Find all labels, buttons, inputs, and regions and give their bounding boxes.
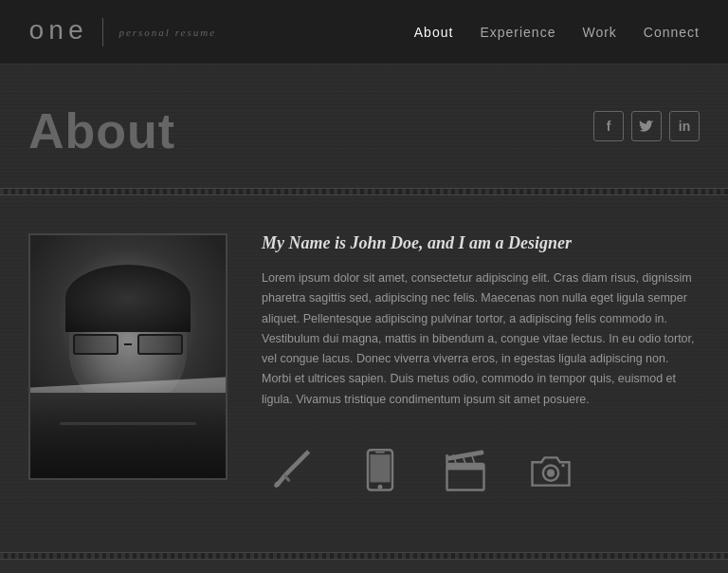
bio-area: My Name is John Doe, and I am a Designer…: [262, 233, 700, 505]
nav-work[interactable]: Work: [582, 25, 616, 40]
bio-text: Lorem ipsum dolor sit amet, consectetur …: [262, 268, 700, 410]
logo: one: [28, 17, 87, 46]
top-divider: [0, 188, 728, 195]
profile-photo: [28, 233, 228, 480]
svg-rect-4: [375, 452, 385, 453]
mobile-icon[interactable]: [347, 438, 413, 505]
hero-section: About f in: [0, 65, 728, 188]
svg-rect-7: [446, 450, 483, 461]
svg-rect-2: [370, 454, 390, 482]
logo-area: one personal resume: [28, 17, 216, 46]
design-icon[interactable]: [262, 438, 328, 505]
logo-divider: [102, 18, 103, 46]
social-icons: f in: [593, 111, 700, 141]
bio-title: My Name is John Doe, and I am a Designer: [262, 233, 700, 253]
nav-experience[interactable]: Experience: [480, 25, 555, 40]
camera-icon[interactable]: [518, 438, 584, 505]
svg-point-13: [547, 469, 555, 476]
nav-about[interactable]: About: [414, 25, 454, 40]
footer-space: [0, 560, 728, 573]
svg-rect-6: [447, 464, 484, 471]
bottom-divider: [0, 552, 728, 560]
main-content: My Name is John Doe, and I am a Designer…: [0, 195, 728, 552]
film-icon[interactable]: [432, 438, 499, 505]
svg-point-3: [378, 485, 383, 490]
facebook-icon[interactable]: f: [593, 111, 624, 141]
logo-subtitle: personal resume: [118, 27, 216, 38]
main-nav: About Experience Work Connect: [414, 25, 700, 40]
skill-icons: [262, 438, 700, 505]
site-header: one personal resume About Experience Wor…: [0, 0, 728, 65]
linkedin-icon[interactable]: in: [669, 111, 700, 141]
svg-point-14: [561, 464, 564, 467]
nav-connect[interactable]: Connect: [644, 25, 700, 40]
twitter-icon[interactable]: [631, 111, 662, 141]
